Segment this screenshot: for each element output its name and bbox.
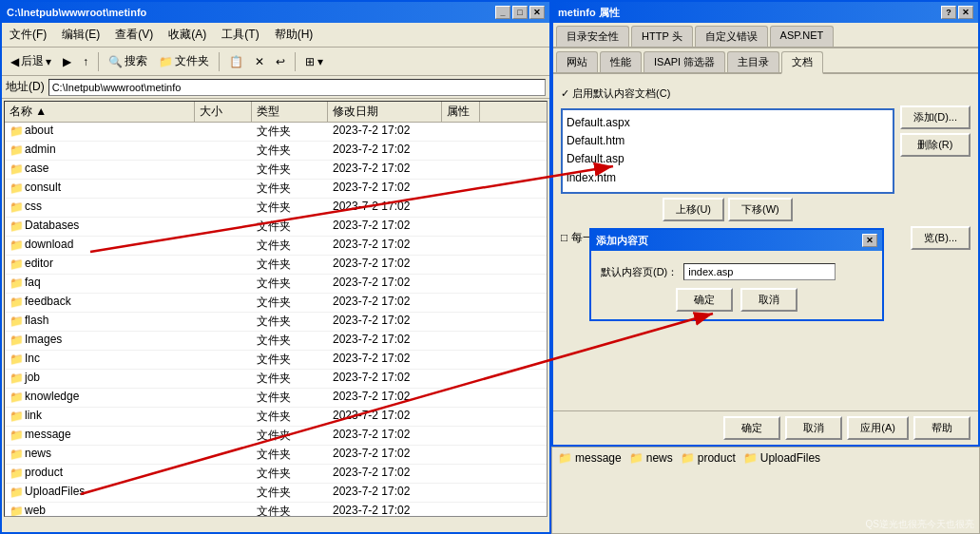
header-size[interactable]: 大小	[195, 102, 252, 122]
bottom-folder-message[interactable]: message	[555, 450, 625, 466]
folder-icon-consult	[10, 181, 23, 195]
bottom-folder-product[interactable]: product	[678, 450, 739, 466]
explorer-title-bar: C:\Inetpub\wwwroot\metinfo _ □ ✕	[2, 2, 549, 23]
folder-icon-download	[10, 238, 23, 252]
folders-button[interactable]: 📁 文件夹	[154, 50, 214, 72]
menu-edit[interactable]: 编辑(E)	[54, 25, 107, 45]
back-button[interactable]: ◀ 后退 ▾	[6, 50, 56, 72]
folder-row-feedback[interactable]: feedback 文件夹 2023-7-2 17:02	[5, 294, 547, 313]
bottom-panel: message news product UploadFiles QS逆光也很亮…	[551, 447, 980, 534]
minimize-button[interactable]: _	[495, 6, 510, 19]
props-apply-button[interactable]: 应用(A)	[847, 416, 909, 440]
bottom-folder-news[interactable]: news	[626, 450, 676, 466]
tab-website[interactable]: 网站	[556, 51, 598, 72]
address-input[interactable]	[48, 79, 546, 96]
folder-row-consult[interactable]: consult 文件夹 2023-7-2 17:02	[5, 180, 547, 199]
undo-button[interactable]: ↩	[271, 52, 290, 71]
props-help-button[interactable]: 帮助	[913, 416, 970, 440]
address-label: 地址(D)	[6, 79, 45, 95]
folder-name-link: link	[5, 408, 195, 426]
enable-docs-row: ✓ 启用默认内容文档(C)	[561, 86, 970, 101]
folder-icon-job	[10, 372, 23, 385]
header-date[interactable]: 修改日期	[328, 102, 442, 122]
folder-row-link[interactable]: link 文件夹 2023-7-2 17:02	[5, 408, 547, 427]
menu-file[interactable]: 文件(F)	[2, 25, 54, 45]
address-bar: 地址(D)	[2, 76, 549, 99]
folder-icon-about	[10, 124, 23, 138]
folder-icon-bottom-message	[558, 451, 571, 465]
props-cancel-button[interactable]: 取消	[785, 416, 842, 440]
folder-icon-faq	[10, 277, 23, 290]
folder-row-news[interactable]: news 文件夹 2023-7-2 17:02	[5, 446, 547, 465]
folder-row-job[interactable]: job 文件夹 2023-7-2 17:02	[5, 370, 547, 389]
header-attr[interactable]: 属性	[442, 102, 480, 122]
folder-icon-bottom-product	[681, 451, 694, 465]
up-button[interactable]: ↑	[78, 52, 93, 71]
folder-icon-uploadfiles	[10, 486, 23, 499]
add-dialog-close-btn[interactable]: ✕	[862, 234, 877, 247]
up-button[interactable]: 上移(U)	[663, 198, 724, 221]
close-button[interactable]: ✕	[529, 6, 545, 19]
header-name[interactable]: 名称 ▲	[5, 102, 195, 122]
menu-view[interactable]: 查看(V)	[107, 25, 161, 45]
menu-favorites[interactable]: 收藏(A)	[161, 25, 214, 45]
tab-http-headers[interactable]: HTTP 头	[631, 26, 693, 47]
folder-row-flash[interactable]: flash 文件夹 2023-7-2 17:02	[5, 313, 547, 332]
copy-button[interactable]: 📋	[224, 52, 248, 71]
folder-row-faq[interactable]: faq 文件夹 2023-7-2 17:02	[5, 275, 547, 294]
tab-home-dir[interactable]: 主目录	[727, 51, 779, 72]
folder-row-case[interactable]: case 文件夹 2023-7-2 17:02	[5, 161, 547, 180]
add-dialog-ok-button[interactable]: 确定	[676, 288, 733, 312]
folder-row-images[interactable]: Images 文件夹 2023-7-2 17:02	[5, 332, 547, 351]
view-button[interactable]: ⊞ ▾	[300, 52, 328, 71]
folder-row-product[interactable]: product 文件夹 2023-7-2 17:02	[5, 465, 547, 484]
doc-item-0[interactable]: Default.aspx	[567, 114, 889, 132]
folder-row-uploadfiles[interactable]: UploadFiles 文件夹 2023-7-2 17:02	[5, 484, 547, 503]
folder-row-web[interactable]: web 文件夹 2023-7-2 17:02	[5, 503, 547, 517]
browse-button[interactable]: 览(B)...	[911, 226, 970, 250]
header-type[interactable]: 类型	[252, 102, 328, 122]
folder-icon-editor	[10, 257, 23, 271]
tab-performance[interactable]: 性能	[600, 51, 642, 72]
folder-row-download[interactable]: download 文件夹 2023-7-2 17:02	[5, 237, 547, 256]
folder-name-product: product	[5, 465, 195, 483]
props-help-btn[interactable]: ?	[941, 6, 956, 19]
folder-row-databases[interactable]: Databases 文件夹 2023-7-2 17:02	[5, 218, 547, 237]
remove-doc-button[interactable]: 删除(R)	[900, 133, 970, 157]
bottom-folder-uploadfiles[interactable]: UploadFiles	[740, 450, 823, 466]
folder-row-admin[interactable]: admin 文件夹 2023-7-2 17:02	[5, 142, 547, 161]
tab-custom-errors[interactable]: 自定义错误	[695, 26, 768, 47]
add-doc-button[interactable]: 添加(D)...	[900, 105, 970, 129]
restore-button[interactable]: □	[512, 6, 528, 19]
folder-row-inc[interactable]: Inc 文件夹 2023-7-2 17:02	[5, 351, 547, 370]
folder-row-about[interactable]: about 文件夹 2023-7-2 17:02	[5, 123, 547, 142]
doc-item-1[interactable]: Default.htm	[567, 132, 889, 150]
folder-row-message[interactable]: message 文件夹 2023-7-2 17:02	[5, 427, 547, 446]
tab-directory-security[interactable]: 目录安全性	[556, 26, 629, 47]
tab-document[interactable]: 文档	[781, 51, 823, 74]
tab-isapi[interactable]: ISAPI 筛选器	[644, 51, 725, 72]
folder-row-editor[interactable]: editor 文件夹 2023-7-2 17:02	[5, 256, 547, 275]
forward-button[interactable]: ▶	[58, 52, 76, 71]
folder-icon-css	[10, 200, 23, 214]
menu-tools[interactable]: 工具(T)	[214, 25, 266, 45]
folder-row-knowledge[interactable]: knowledge 文件夹 2023-7-2 17:02	[5, 389, 547, 408]
folder-name-consult: consult	[5, 180, 195, 198]
add-dialog-cancel-button[interactable]: 取消	[740, 288, 797, 312]
default-doc-input[interactable]	[683, 263, 836, 280]
props-close-btn[interactable]: ✕	[958, 6, 973, 19]
default-docs-list[interactable]: Default.aspx Default.htm Default.asp ind…	[561, 108, 894, 194]
folder-name-knowledge: knowledge	[5, 389, 195, 407]
doc-item-2[interactable]: Default.asp	[567, 150, 889, 168]
toolbar-separator-1	[98, 52, 99, 71]
search-button[interactable]: 🔍 搜索	[104, 50, 152, 72]
down-button[interactable]: 下移(W)	[728, 198, 793, 221]
doc-item-3[interactable]: index.htm	[567, 169, 889, 187]
delete-button[interactable]: ✕	[250, 52, 269, 71]
tab-aspnet[interactable]: ASP.NET	[770, 26, 835, 47]
tab-row-2: 网站 性能 ISAPI 筛选器 主目录 文档	[553, 48, 978, 74]
folder-row-css[interactable]: css 文件夹 2023-7-2 17:02	[5, 199, 547, 218]
props-ok-button[interactable]: 确定	[723, 416, 780, 440]
menu-help[interactable]: 帮助(H)	[267, 25, 321, 45]
file-list-container[interactable]: 名称 ▲ 大小 类型 修改日期 属性 about 文件夹 2023-7-2 17…	[4, 101, 548, 517]
